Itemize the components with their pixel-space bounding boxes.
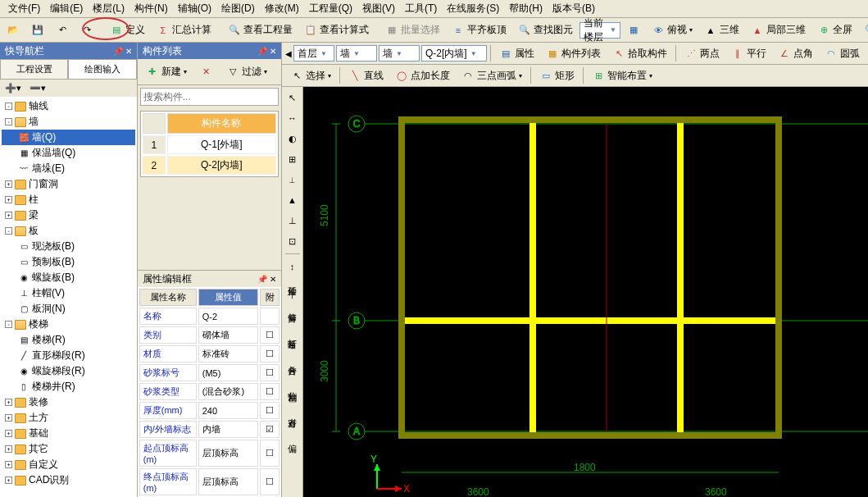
prop-value[interactable]: 240 [198,402,258,419]
tree-item[interactable]: ▭现浇板(B) [2,239,135,254]
findel-button[interactable]: 🔍查找图元 [513,20,578,40]
prop-row[interactable]: 内/外墙标志内墙☑ [139,421,279,438]
split-button[interactable]: ✂ [284,362,302,381]
sum-button[interactable]: Σ汇总计算 [152,20,216,40]
rect-button[interactable]: ▭矩形 [534,66,579,86]
tree-item[interactable]: +其它 [2,441,135,457]
expand-icon[interactable]: + [5,461,12,468]
expand-icon[interactable]: - [5,103,12,110]
parallel-button[interactable]: ∥平行 [726,43,771,64]
vt-btn-3[interactable]: ◐ [284,130,302,148]
vt-btn-6[interactable]: ▲ [284,191,302,209]
list-button[interactable]: ▦构件列表 [541,43,606,64]
fullscreen-button[interactable]: ⊕全屏 [812,20,857,40]
vt-btn-4[interactable]: ⊞ [284,150,302,168]
overlook-button[interactable]: 👁俯视▾ [647,20,698,40]
prop-check[interactable] [260,308,279,325]
redo-button[interactable]: ↷ [75,21,98,40]
smart-button[interactable]: ⊞智能布置▾ [587,66,657,86]
prop-row[interactable]: 砂浆标号(M5)☐ [139,364,279,381]
line-button[interactable]: ╲直线 [343,66,389,86]
tree-item[interactable]: +土方 [2,410,135,426]
pick-button[interactable]: ↖拾取构件 [607,43,672,64]
prop-check[interactable]: ☐ [260,468,279,495]
vt-btn-8[interactable]: ⊡ [284,232,302,250]
tree-item[interactable]: ▤楼梯(R) [2,332,135,348]
save-button[interactable]: 💾 [26,21,49,40]
prop-check[interactable]: ☐ [260,326,279,344]
property-grid[interactable]: 属性名称属性值附 名称Q-2类别砌体墙☐材质标准砖☐砂浆标号(M5)☐砂浆类型(… [138,287,281,497]
prop-value[interactable]: 内墙 [198,421,258,438]
prop-value[interactable]: (混合砂浆) [198,383,258,400]
tree-item[interactable]: +柱 [2,192,135,207]
tab-project[interactable]: 工程设置 [0,59,68,79]
tree-item[interactable]: +装修 [2,394,135,410]
tree-item[interactable]: +CAD识别 [2,472,135,488]
tree-item[interactable]: ▯楼梯井(R) [2,379,135,394]
tree-item[interactable]: -板 [2,223,135,239]
attr-button[interactable]: ▤属性 [494,43,539,64]
expand-icon[interactable]: - [5,227,12,235]
filter-button[interactable]: ▽过滤▾ [221,62,272,82]
prop-value[interactable]: 标准砖 [198,345,258,362]
table-row[interactable]: 1Q-1[外墙] [143,135,276,154]
tree-item[interactable]: ▭预制板(B) [2,254,135,270]
prop-value[interactable]: (M5) [198,364,258,381]
batch-button[interactable]: ▦批量选择 [380,20,445,40]
tree-item[interactable]: -楼梯 [2,317,135,332]
break-button[interactable]: ✂ [284,310,302,328]
tree-item[interactable]: ▦保温墙(Q) [2,145,135,161]
prop-value[interactable]: 层顶标高 [198,468,258,495]
menu-floor[interactable]: 楼层(L) [88,0,130,17]
pin-icon[interactable]: 📌 ✕ [257,47,276,56]
viewqty-button[interactable]: 🔍查看工程量 [223,20,298,40]
expand-icon[interactable]: - [5,321,12,328]
expand-icon[interactable]: + [5,414,12,422]
search-input[interactable] [140,88,279,106]
plan-view-button[interactable]: ▦ [622,21,645,40]
ptangle-button[interactable]: ∠点角 [773,43,818,64]
expand-icon[interactable]: + [5,476,12,484]
menu-help[interactable]: 帮助(H) [504,0,548,17]
tree-item[interactable]: +梁 [2,207,135,223]
prop-row[interactable]: 终点顶标高(m)层顶标高☐ [139,468,279,495]
local3d-button[interactable]: ▲局部三维 [746,20,811,40]
menu-file[interactable]: 文件(F) [3,0,45,17]
expand-all-button[interactable]: ➕▾ [2,81,25,95]
vt-btn-7[interactable]: ⊥ [284,212,302,230]
addlen-button[interactable]: ◯点加长度 [390,66,455,86]
floor-combo[interactable]: 当前楼层▼ [579,22,620,39]
pin-icon[interactable]: 📌 ✕ [257,275,276,284]
vt-btn-1[interactable]: ↖ [284,89,302,107]
table-row[interactable]: 2Q-2[内墙] [143,156,276,175]
prop-row[interactable]: 厚度(mm)240☐ [139,402,279,419]
prop-check[interactable]: ☑ [260,421,279,438]
open-button[interactable]: 📂 [2,21,25,40]
new-button[interactable]: ✚新建▾ [141,62,192,82]
vt-btn-5[interactable]: ⟂ [284,171,302,189]
delete-button[interactable]: ✕ [195,62,218,82]
define-button[interactable]: ▤定义 [105,20,150,40]
type1-select[interactable]: 墙▼ [336,45,377,62]
arc-button[interactable]: ◠圆弧 [820,43,865,64]
tree-item[interactable]: 〰墙垛(E) [2,161,135,176]
prop-value[interactable]: 砌体墙 [198,326,258,344]
prop-check[interactable]: ☐ [260,383,279,400]
menu-online[interactable]: 在线服务(S) [442,0,504,17]
prop-row[interactable]: 砂浆类型(混合砂浆)☐ [139,383,279,400]
drawing-canvas[interactable]: C B A 5100 3000 [303,87,868,497]
tree-item[interactable]: +基础 [2,426,135,441]
floor-select[interactable]: 首层▼ [293,45,334,62]
type2-select[interactable]: 墙▼ [379,45,420,62]
merge-button[interactable]: ⊕ [284,336,302,354]
threeD-button[interactable]: ▲三维 [699,20,744,40]
collapse-all-button[interactable]: ➖▾ [26,81,49,95]
prop-row[interactable]: 名称Q-2 [139,308,279,325]
expand-icon[interactable]: + [5,399,12,406]
prop-row[interactable]: 材质标准砖☐ [139,345,279,362]
tree-item[interactable]: ▢板洞(N) [2,301,135,317]
align-button[interactable]: ≡平齐板顶 [447,20,511,40]
tree-item[interactable]: 🧱墙(Q) [2,130,135,145]
menu-edit[interactable]: 编辑(E) [45,0,88,17]
tree-item[interactable]: +自定义 [2,457,135,472]
